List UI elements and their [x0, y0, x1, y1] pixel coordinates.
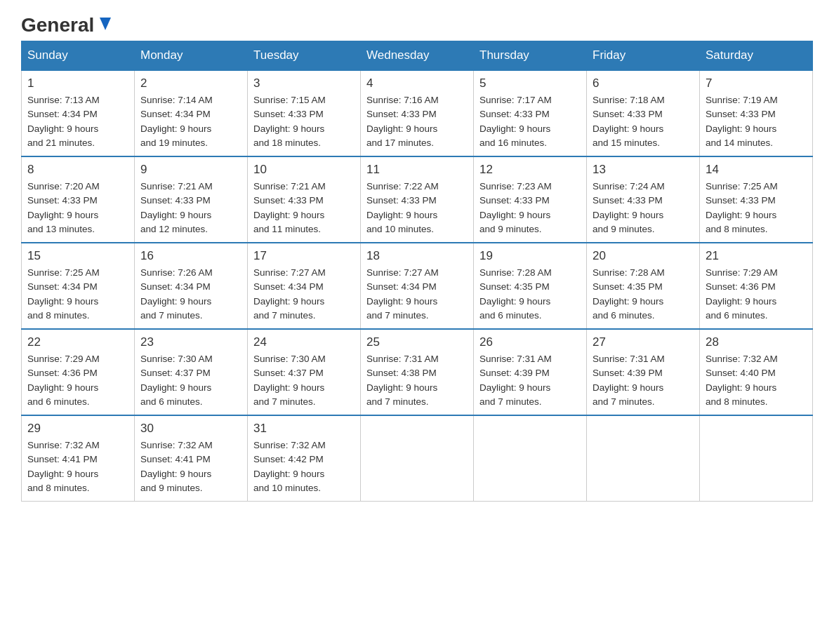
calendar-week-row: 22Sunrise: 7:29 AMSunset: 4:36 PMDayligh…	[22, 329, 813, 415]
calendar-week-row: 29Sunrise: 7:32 AMSunset: 4:41 PMDayligh…	[22, 415, 813, 502]
day-number: 6	[593, 76, 694, 90]
day-number: 20	[593, 249, 694, 263]
day-info: Sunrise: 7:28 AMSunset: 4:35 PMDaylight:…	[479, 266, 581, 323]
calendar-cell: 13Sunrise: 7:24 AMSunset: 4:33 PMDayligh…	[587, 156, 700, 243]
svg-marker-0	[100, 18, 111, 30]
day-info: Sunrise: 7:31 AMSunset: 4:39 PMDaylight:…	[479, 352, 581, 409]
calendar-cell: 8Sunrise: 7:20 AMSunset: 4:33 PMDaylight…	[22, 156, 135, 243]
calendar-cell	[587, 415, 700, 502]
day-info: Sunrise: 7:29 AMSunset: 4:36 PMDaylight:…	[27, 352, 128, 409]
day-number: 7	[706, 76, 807, 90]
day-number: 13	[593, 163, 694, 177]
day-info: Sunrise: 7:27 AMSunset: 4:34 PMDaylight:…	[366, 266, 468, 323]
calendar-cell: 28Sunrise: 7:32 AMSunset: 4:40 PMDayligh…	[700, 329, 813, 415]
calendar-cell: 27Sunrise: 7:31 AMSunset: 4:39 PMDayligh…	[587, 329, 700, 415]
calendar-table: SundayMondayTuesdayWednesdayThursdayFrid…	[21, 41, 813, 502]
calendar-cell: 2Sunrise: 7:14 AMSunset: 4:34 PMDaylight…	[135, 70, 248, 156]
calendar-cell: 24Sunrise: 7:30 AMSunset: 4:37 PMDayligh…	[248, 329, 361, 415]
calendar-header-row: SundayMondayTuesdayWednesdayThursdayFrid…	[22, 41, 813, 71]
day-number: 28	[706, 335, 807, 349]
calendar-cell: 5Sunrise: 7:17 AMSunset: 4:33 PMDaylight…	[474, 70, 587, 156]
day-number: 14	[706, 163, 807, 177]
day-info: Sunrise: 7:31 AMSunset: 4:39 PMDaylight:…	[593, 352, 694, 409]
calendar-cell: 1Sunrise: 7:13 AMSunset: 4:34 PMDaylight…	[22, 70, 135, 156]
calendar-cell: 30Sunrise: 7:32 AMSunset: 4:41 PMDayligh…	[135, 415, 248, 502]
header-friday: Friday	[587, 41, 700, 71]
day-number: 24	[253, 335, 355, 349]
day-number: 31	[253, 422, 355, 436]
calendar-week-row: 1Sunrise: 7:13 AMSunset: 4:34 PMDaylight…	[22, 70, 813, 156]
calendar-cell: 21Sunrise: 7:29 AMSunset: 4:36 PMDayligh…	[700, 243, 813, 329]
calendar-cell: 20Sunrise: 7:28 AMSunset: 4:35 PMDayligh…	[587, 243, 700, 329]
day-info: Sunrise: 7:21 AMSunset: 4:33 PMDaylight:…	[140, 180, 241, 236]
calendar-cell: 22Sunrise: 7:29 AMSunset: 4:36 PMDayligh…	[22, 329, 135, 415]
calendar-cell: 17Sunrise: 7:27 AMSunset: 4:34 PMDayligh…	[248, 243, 361, 329]
logo-arrow-icon	[95, 15, 115, 34]
day-number: 9	[140, 163, 241, 177]
header-saturday: Saturday	[700, 41, 813, 71]
day-number: 4	[366, 76, 468, 90]
header-sunday: Sunday	[22, 41, 135, 71]
day-number: 1	[27, 76, 128, 90]
calendar-cell: 15Sunrise: 7:25 AMSunset: 4:34 PMDayligh…	[22, 243, 135, 329]
logo-general-text: General	[21, 14, 94, 36]
day-number: 3	[253, 76, 355, 90]
day-number: 23	[140, 335, 241, 349]
day-info: Sunrise: 7:22 AMSunset: 4:33 PMDaylight:…	[366, 180, 468, 236]
calendar-cell: 9Sunrise: 7:21 AMSunset: 4:33 PMDaylight…	[135, 156, 248, 243]
day-info: Sunrise: 7:32 AMSunset: 4:41 PMDaylight:…	[140, 438, 241, 495]
day-info: Sunrise: 7:21 AMSunset: 4:33 PMDaylight:…	[253, 180, 355, 236]
day-info: Sunrise: 7:31 AMSunset: 4:38 PMDaylight:…	[366, 352, 468, 409]
day-number: 26	[479, 335, 581, 349]
day-info: Sunrise: 7:26 AMSunset: 4:34 PMDaylight:…	[140, 266, 241, 323]
day-info: Sunrise: 7:29 AMSunset: 4:36 PMDaylight:…	[706, 266, 807, 323]
day-number: 10	[253, 163, 355, 177]
day-info: Sunrise: 7:30 AMSunset: 4:37 PMDaylight:…	[253, 352, 355, 409]
header-tuesday: Tuesday	[248, 41, 361, 71]
day-info: Sunrise: 7:18 AMSunset: 4:33 PMDaylight:…	[593, 93, 694, 150]
day-info: Sunrise: 7:15 AMSunset: 4:33 PMDaylight:…	[253, 93, 355, 150]
calendar-cell: 10Sunrise: 7:21 AMSunset: 4:33 PMDayligh…	[248, 156, 361, 243]
calendar-cell: 11Sunrise: 7:22 AMSunset: 4:33 PMDayligh…	[361, 156, 474, 243]
day-info: Sunrise: 7:24 AMSunset: 4:33 PMDaylight:…	[593, 180, 694, 236]
day-number: 5	[479, 76, 581, 90]
calendar-cell: 3Sunrise: 7:15 AMSunset: 4:33 PMDaylight…	[248, 70, 361, 156]
day-number: 12	[479, 163, 581, 177]
calendar-week-row: 15Sunrise: 7:25 AMSunset: 4:34 PMDayligh…	[22, 243, 813, 329]
header-wednesday: Wednesday	[361, 41, 474, 71]
calendar-cell: 23Sunrise: 7:30 AMSunset: 4:37 PMDayligh…	[135, 329, 248, 415]
day-info: Sunrise: 7:32 AMSunset: 4:42 PMDaylight:…	[253, 438, 355, 495]
day-info: Sunrise: 7:28 AMSunset: 4:35 PMDaylight:…	[593, 266, 694, 323]
header-monday: Monday	[135, 41, 248, 71]
day-info: Sunrise: 7:23 AMSunset: 4:33 PMDaylight:…	[479, 180, 581, 236]
calendar-cell: 4Sunrise: 7:16 AMSunset: 4:33 PMDaylight…	[361, 70, 474, 156]
calendar-cell: 12Sunrise: 7:23 AMSunset: 4:33 PMDayligh…	[474, 156, 587, 243]
day-info: Sunrise: 7:13 AMSunset: 4:34 PMDaylight:…	[27, 93, 128, 150]
calendar-cell: 6Sunrise: 7:18 AMSunset: 4:33 PMDaylight…	[587, 70, 700, 156]
calendar-cell: 19Sunrise: 7:28 AMSunset: 4:35 PMDayligh…	[474, 243, 587, 329]
day-number: 29	[27, 422, 128, 436]
day-info: Sunrise: 7:25 AMSunset: 4:34 PMDaylight:…	[27, 266, 128, 323]
day-info: Sunrise: 7:32 AMSunset: 4:41 PMDaylight:…	[27, 438, 128, 495]
header-thursday: Thursday	[474, 41, 587, 71]
calendar-cell	[474, 415, 587, 502]
calendar-cell: 14Sunrise: 7:25 AMSunset: 4:33 PMDayligh…	[700, 156, 813, 243]
day-info: Sunrise: 7:27 AMSunset: 4:34 PMDaylight:…	[253, 266, 355, 323]
day-number: 16	[140, 249, 241, 263]
day-number: 2	[140, 76, 241, 90]
day-number: 11	[366, 163, 468, 177]
day-info: Sunrise: 7:19 AMSunset: 4:33 PMDaylight:…	[706, 93, 807, 150]
day-number: 21	[706, 249, 807, 263]
day-number: 27	[593, 335, 694, 349]
logo: General	[21, 14, 115, 34]
day-number: 15	[27, 249, 128, 263]
day-info: Sunrise: 7:16 AMSunset: 4:33 PMDaylight:…	[366, 93, 468, 150]
calendar-cell: 26Sunrise: 7:31 AMSunset: 4:39 PMDayligh…	[474, 329, 587, 415]
calendar-cell: 7Sunrise: 7:19 AMSunset: 4:33 PMDaylight…	[700, 70, 813, 156]
day-info: Sunrise: 7:17 AMSunset: 4:33 PMDaylight:…	[479, 93, 581, 150]
day-info: Sunrise: 7:32 AMSunset: 4:40 PMDaylight:…	[706, 352, 807, 409]
day-number: 30	[140, 422, 241, 436]
day-info: Sunrise: 7:14 AMSunset: 4:34 PMDaylight:…	[140, 93, 241, 150]
calendar-week-row: 8Sunrise: 7:20 AMSunset: 4:33 PMDaylight…	[22, 156, 813, 243]
day-info: Sunrise: 7:30 AMSunset: 4:37 PMDaylight:…	[140, 352, 241, 409]
